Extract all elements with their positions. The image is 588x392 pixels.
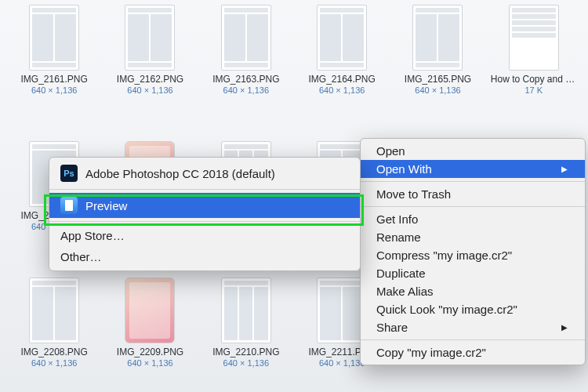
file-item[interactable]: IMG_2163.PNG 640 × 1,136	[200, 5, 292, 138]
file-item[interactable]: IMG_2208.PNG 640 × 1,136	[8, 278, 100, 392]
file-item[interactable]: IMG_2210.PNG 640 × 1,136	[200, 278, 292, 392]
file-dimensions: 640 × 1,136	[31, 85, 77, 95]
menu-item-quick-look[interactable]: Quick Look "my image.cr2"	[361, 300, 585, 318]
openwith-item-preview[interactable]: Preview	[49, 193, 360, 218]
file-thumbnail	[125, 5, 175, 71]
file-thumbnail	[412, 5, 463, 71]
menu-separator	[361, 339, 585, 340]
file-dimensions: 17 K	[525, 85, 543, 95]
file-dimensions: 640 × 1,136	[319, 85, 365, 95]
menu-separator	[361, 181, 585, 182]
file-item[interactable]: IMG_2162.PNG 640 × 1,136	[103, 5, 196, 138]
file-dimensions: 640 × 1,136	[415, 85, 460, 95]
menu-item-label: Rename	[376, 230, 421, 244]
file-name: How to Copy and Paste o…a	[491, 74, 577, 85]
menu-separator	[49, 189, 360, 190]
file-name: IMG_2164.PNG	[308, 74, 375, 85]
file-item[interactable]: IMG_2164.PNG 640 × 1,136	[296, 5, 388, 138]
file-name: IMG_2161.PNG	[20, 74, 87, 85]
file-dimensions: 640 × 1,136	[223, 85, 269, 95]
openwith-item-other[interactable]: Other…	[49, 246, 360, 267]
file-thumbnail	[221, 278, 271, 343]
file-item[interactable]: How to Copy and Paste o…a 17 K	[488, 5, 580, 138]
file-dimensions: 640 × 1,136	[31, 358, 77, 368]
menu-item-label: Preview	[85, 199, 127, 212]
menu-item-label: Open	[376, 144, 405, 158]
file-name: IMG_2163.PNG	[212, 74, 279, 85]
file-dimensions: 640 × 1,136	[319, 358, 365, 368]
open-with-submenu: Ps Adobe Photoshop CC 2018 (default) Pre…	[49, 157, 361, 271]
menu-separator	[49, 221, 360, 222]
menu-item-label: Copy "my image.cr2"	[376, 346, 486, 359]
file-thumbnail	[29, 5, 79, 71]
openwith-item-photoshop[interactable]: Ps Adobe Photoshop CC 2018 (default)	[49, 161, 360, 186]
menu-item-label: Quick Look "my image.cr2"	[376, 303, 517, 316]
menu-item-compress[interactable]: Compress "my image.cr2"	[361, 246, 585, 264]
file-item[interactable]: IMG_2209.PNG 640 × 1,136	[103, 278, 196, 392]
menu-item-label: Make Alias	[376, 285, 434, 298]
menu-item-label: Get Info	[376, 212, 418, 226]
menu-separator	[361, 206, 585, 207]
photoshop-app-icon: Ps	[60, 165, 78, 182]
menu-item-rename[interactable]: Rename	[361, 228, 585, 246]
file-name: IMG_2208.PNG	[20, 347, 87, 358]
menu-item-label: Adobe Photoshop CC 2018 (default)	[85, 167, 275, 180]
file-name: IMG_2210.PNG	[212, 347, 279, 358]
menu-item-duplicate[interactable]: Duplicate	[361, 264, 585, 282]
openwith-item-app-store[interactable]: App Store…	[49, 225, 360, 246]
menu-item-open[interactable]: Open	[361, 142, 585, 160]
menu-item-label: Compress "my image.cr2"	[376, 249, 512, 262]
file-dimensions: 640 × 1,136	[127, 85, 172, 95]
menu-item-label: Share	[376, 321, 408, 334]
file-thumbnail	[509, 5, 559, 71]
menu-item-label: App Store…	[60, 229, 125, 242]
preview-app-icon	[60, 197, 78, 214]
file-thumbnail	[317, 5, 367, 71]
file-name: IMG_2209.PNG	[117, 347, 183, 358]
menu-item-label: Move to Trash	[376, 187, 451, 201]
file-name: IMG_2165.PNG	[405, 74, 471, 85]
file-dimensions: 640 × 1,136	[223, 358, 269, 368]
menu-item-open-with[interactable]: Open With	[361, 160, 585, 178]
menu-item-make-alias[interactable]: Make Alias	[361, 282, 585, 300]
file-item[interactable]: IMG_2161.PNG 640 × 1,136	[8, 5, 100, 138]
menu-item-label: Open With	[376, 162, 432, 176]
menu-item-copy[interactable]: Copy "my image.cr2"	[361, 343, 585, 361]
menu-item-move-to-trash[interactable]: Move to Trash	[361, 185, 585, 203]
menu-item-label: Duplicate	[376, 267, 426, 280]
file-name: IMG_2162.PNG	[117, 74, 183, 85]
file-dimensions: 640 × 1,136	[127, 358, 172, 368]
file-item[interactable]: IMG_2165.PNG 640 × 1,136	[391, 5, 484, 138]
context-menu: Open Open With Move to Trash Get Info Re…	[360, 138, 586, 365]
file-thumbnail	[29, 278, 79, 343]
menu-item-share[interactable]: Share	[361, 318, 585, 336]
menu-item-get-info[interactable]: Get Info	[361, 210, 585, 228]
file-thumbnail	[221, 5, 271, 71]
menu-item-label: Other…	[60, 250, 102, 263]
file-thumbnail	[125, 278, 175, 343]
